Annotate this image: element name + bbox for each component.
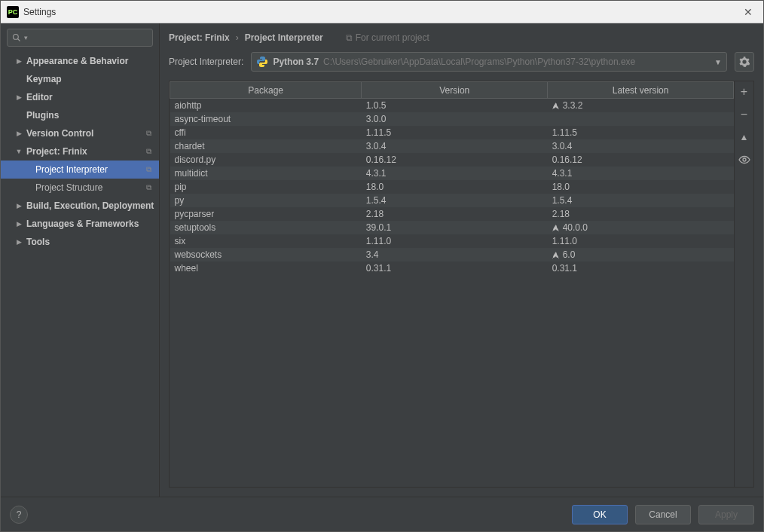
- table-row[interactable]: wheel0.31.10.31.1: [170, 261, 734, 275]
- package-name: six: [170, 234, 362, 248]
- package-version: 4.3.1: [362, 167, 548, 180]
- chevron-down-icon: ▼: [714, 58, 722, 66]
- interpreter-name: Python 3.7: [273, 57, 319, 67]
- package-name: chardet: [170, 139, 362, 153]
- close-icon[interactable]: ✕: [739, 6, 757, 18]
- table-row[interactable]: cffi1.11.51.11.5: [170, 126, 734, 139]
- settings-main: Project: Frinix › Project Interpreter ⧉ …: [160, 23, 763, 497]
- package-latest: 18.0: [548, 180, 734, 194]
- sidebar-item-editor[interactable]: ▶Editor: [1, 88, 159, 106]
- package-latest: 0.16.12: [548, 153, 734, 167]
- window-title: Settings: [23, 7, 739, 17]
- ok-button[interactable]: OK: [572, 505, 628, 524]
- svg-line-1: [18, 39, 20, 41]
- python-icon: [256, 56, 268, 68]
- interpreter-select[interactable]: Python 3.7 C:\Users\Gebruiker\AppData\Lo…: [251, 52, 727, 72]
- search-dropdown-icon[interactable]: ▾: [24, 34, 28, 41]
- sidebar-item-version-control[interactable]: ▶Version Control⧉: [1, 124, 159, 142]
- table-row[interactable]: async-timeout3.0.0: [170, 112, 734, 126]
- table-row[interactable]: six1.11.01.11.0: [170, 234, 734, 248]
- breadcrumb-leaf: Project Interpreter: [245, 32, 323, 43]
- add-package-button[interactable]: +: [737, 84, 752, 99]
- remove-package-button[interactable]: −: [737, 107, 752, 122]
- copy-icon: ⧉: [346, 32, 353, 43]
- svg-point-2: [743, 158, 746, 161]
- package-latest: ⮝3.3.2: [548, 99, 734, 112]
- table-row[interactable]: setuptools39.0.1⮝40.0.0: [170, 221, 734, 234]
- chevron-right-icon: ▶: [14, 93, 23, 101]
- sidebar-item-build-execution-deployment[interactable]: ▶Build, Execution, Deployment: [1, 197, 159, 215]
- sidebar-item-project-structure[interactable]: Project Structure⧉: [1, 179, 159, 197]
- chevron-right-icon: ▶: [14, 238, 23, 246]
- package-version: 0.31.1: [362, 261, 548, 275]
- per-project-icon: ⧉: [142, 147, 154, 156]
- col-package[interactable]: Package: [170, 82, 362, 99]
- package-version: 1.0.5: [362, 99, 548, 112]
- sidebar-item-label: Project Interpreter: [35, 164, 142, 175]
- chevron-right-icon: ▶: [14, 220, 23, 228]
- package-version: 1.5.4: [362, 194, 548, 207]
- interpreter-settings-button[interactable]: [735, 52, 754, 72]
- chevron-right-icon: ▶: [14, 57, 23, 65]
- chevron-right-icon: ›: [236, 32, 239, 43]
- sidebar-item-project-frinix[interactable]: ▼Project: Frinix⧉: [1, 142, 159, 161]
- sidebar-item-label: Build, Execution, Deployment: [26, 200, 159, 211]
- sidebar-item-label: Appearance & Behavior: [26, 56, 159, 66]
- package-latest: [548, 112, 734, 126]
- upgrade-available-icon: ⮝: [552, 102, 560, 110]
- search-input[interactable]: ▾: [7, 29, 153, 47]
- package-name: discord.py: [170, 153, 362, 167]
- package-latest: 3.0.4: [548, 139, 734, 153]
- help-button[interactable]: ?: [10, 506, 28, 524]
- table-row[interactable]: pip18.018.0: [170, 180, 734, 194]
- package-name: pip: [170, 180, 362, 194]
- package-name: setuptools: [170, 221, 362, 234]
- table-row[interactable]: pycparser2.182.18: [170, 207, 734, 221]
- packages-toolbar: + − ▲: [734, 81, 753, 487]
- table-row[interactable]: discord.py0.16.120.16.12: [170, 153, 734, 167]
- breadcrumb-root: Project: Frinix: [169, 32, 230, 43]
- pycharm-icon: PC: [7, 6, 19, 18]
- cancel-button[interactable]: Cancel: [635, 505, 691, 524]
- package-version: 18.0: [362, 180, 548, 194]
- package-latest: 1.5.4: [548, 194, 734, 207]
- package-version: 1.11.0: [362, 234, 548, 248]
- sidebar-item-label: Editor: [26, 92, 159, 102]
- sidebar-item-keymap[interactable]: ▶Keymap: [1, 70, 159, 88]
- interpreter-path: C:\Users\Gebruiker\AppData\Local\Program…: [323, 57, 635, 67]
- package-name: async-timeout: [170, 112, 362, 126]
- table-row[interactable]: py1.5.41.5.4: [170, 194, 734, 207]
- col-latest[interactable]: Latest version: [548, 82, 734, 99]
- package-name: websockets: [170, 248, 362, 261]
- upgrade-package-button[interactable]: ▲: [737, 130, 752, 145]
- package-name: pycparser: [170, 207, 362, 221]
- package-latest: ⮝6.0: [548, 248, 734, 261]
- per-project-icon: ⧉: [142, 183, 154, 192]
- svg-point-0: [14, 35, 19, 40]
- package-name: py: [170, 194, 362, 207]
- package-name: cffi: [170, 126, 362, 139]
- package-version: 3.4: [362, 248, 548, 261]
- show-early-releases-button[interactable]: [737, 152, 752, 167]
- package-name: aiohttp: [170, 99, 362, 112]
- sidebar-item-appearance-behavior[interactable]: ▶Appearance & Behavior: [1, 52, 159, 70]
- apply-button: Apply: [698, 505, 754, 524]
- table-row[interactable]: multidict4.3.14.3.1: [170, 167, 734, 180]
- sidebar-item-tools[interactable]: ▶Tools: [1, 233, 159, 251]
- chevron-right-icon: ▶: [14, 202, 23, 209]
- package-version: 39.0.1: [362, 221, 548, 234]
- table-row[interactable]: chardet3.0.43.0.4: [170, 139, 734, 153]
- sidebar-item-label: Project: Frinix: [26, 146, 142, 157]
- sidebar-item-project-interpreter[interactable]: Project Interpreter⧉: [1, 161, 159, 179]
- packages-table: Package Version Latest version aiohttp1.…: [170, 81, 734, 487]
- sidebar-item-plugins[interactable]: ▶Plugins: [1, 106, 159, 124]
- package-latest: 4.3.1: [548, 167, 734, 180]
- eye-icon: [738, 154, 750, 166]
- table-row[interactable]: aiohttp1.0.5⮝3.3.2: [170, 99, 734, 112]
- per-project-icon: ⧉: [142, 165, 154, 174]
- table-row[interactable]: websockets3.4⮝6.0: [170, 248, 734, 261]
- col-version[interactable]: Version: [362, 82, 548, 99]
- sidebar-item-languages-frameworks[interactable]: ▶Languages & Frameworks: [1, 215, 159, 233]
- package-version: 3.0.0: [362, 112, 548, 126]
- package-latest: 1.11.0: [548, 234, 734, 248]
